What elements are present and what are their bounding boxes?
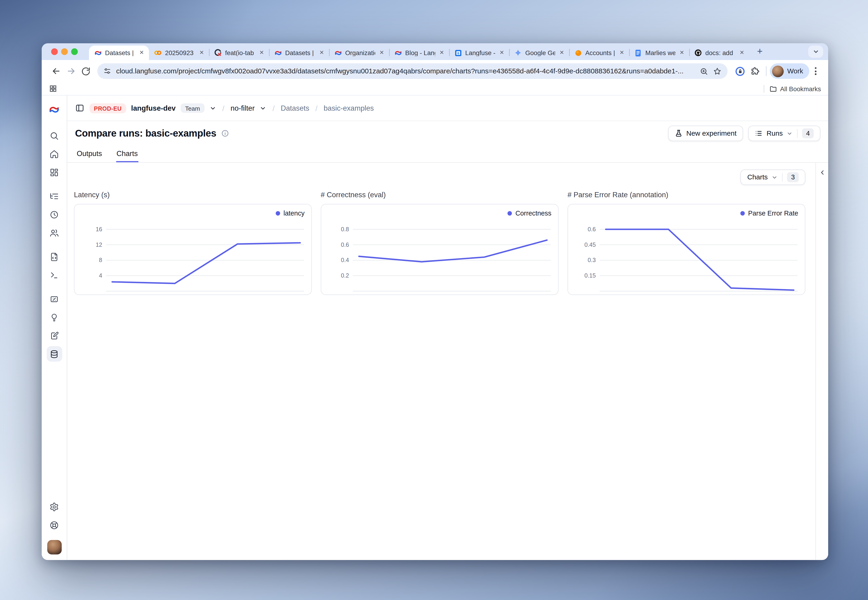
users-icon[interactable] — [46, 225, 62, 241]
org-chevron-down-icon[interactable] — [209, 105, 216, 111]
chart-card: 161284 latency — [74, 204, 312, 295]
legend-label: Parse Error Rate — [748, 209, 798, 217]
tab-close-icon[interactable]: ✕ — [558, 50, 565, 56]
line-chart: 161284 — [74, 205, 311, 294]
tab-close-icon[interactable]: ✕ — [739, 50, 745, 56]
svg-text:0.3: 0.3 — [588, 257, 596, 264]
project-chevron-down-icon[interactable] — [259, 105, 266, 111]
url-bar[interactable]: cloud.langfuse.com/project/cmfwgv8fx002o… — [97, 64, 728, 79]
browser-tab-accounts[interactable]: Accounts | ✕ — [569, 45, 629, 60]
dashboard-grid-icon[interactable] — [46, 164, 62, 180]
onepassword-icon[interactable] — [733, 64, 748, 79]
forward-icon[interactable] — [64, 64, 79, 79]
browser-tab-blog[interactable]: Blog - Lang ✕ — [389, 45, 449, 60]
tune-icon[interactable] — [103, 67, 111, 75]
collapse-chevron-left-icon[interactable] — [818, 168, 826, 560]
profile-name: Work — [787, 67, 803, 75]
tab-close-icon[interactable]: ✕ — [258, 50, 265, 56]
browser-tab-docs[interactable]: Marlies we ✕ — [629, 45, 689, 60]
extensions-puzzle-icon[interactable] — [748, 64, 763, 79]
breadcrumb-datasets-link[interactable]: Datasets — [281, 104, 309, 112]
svg-text:0.6: 0.6 — [341, 241, 349, 248]
tab-charts[interactable]: Charts — [116, 145, 138, 162]
legend-dot — [276, 211, 280, 215]
new-tab-button[interactable]: + — [753, 44, 767, 59]
browser-tab-calendar[interactable]: 6 Langfuse - ✕ — [449, 45, 509, 60]
profile-chip[interactable]: Work — [770, 64, 809, 79]
runs-selector-button[interactable]: Runs 4 — [748, 126, 821, 141]
chart-legend: latency — [276, 209, 305, 217]
url-text[interactable]: cloud.langfuse.com/project/cmfwgv8fx002o… — [116, 67, 695, 75]
charts-selector-button[interactable]: Charts 3 — [741, 170, 806, 185]
breadcrumb-separator: / — [221, 104, 226, 112]
apps-grid-icon[interactable] — [49, 85, 57, 93]
tab-outputs[interactable]: Outputs — [76, 145, 103, 162]
tab-close-icon[interactable]: ✕ — [618, 50, 625, 56]
bookmarks-bar: All Bookmarks — [42, 82, 828, 95]
clipboard-pen-icon[interactable] — [46, 328, 62, 343]
view-tabs: Outputs Charts — [67, 145, 828, 163]
terminal-icon[interactable] — [46, 267, 62, 283]
settings-gear-icon[interactable] — [46, 499, 62, 514]
tab-close-icon[interactable]: ✕ — [198, 50, 205, 56]
reload-icon[interactable] — [78, 64, 93, 79]
runs-count-badge: 4 — [802, 128, 814, 138]
info-icon[interactable] — [221, 129, 229, 137]
database-icon[interactable] — [46, 346, 62, 362]
new-experiment-label: New experiment — [686, 129, 737, 137]
sidebar — [42, 95, 67, 560]
tab-close-icon[interactable]: ✕ — [378, 50, 385, 56]
chart-legend: Correctness — [508, 209, 551, 217]
toolbar-divider — [766, 66, 766, 76]
star-icon[interactable] — [713, 67, 722, 75]
back-icon[interactable] — [49, 64, 64, 79]
all-bookmarks-button[interactable]: All Bookmarks — [780, 85, 821, 92]
bookmarks-divider — [763, 85, 764, 92]
panel-left-icon[interactable] — [75, 103, 85, 113]
browser-tab-colab[interactable]: 20250923 ✕ — [149, 45, 209, 60]
life-buoy-icon[interactable] — [46, 517, 62, 533]
minimize-window-button[interactable] — [61, 48, 68, 55]
breadcrumb-separator: / — [272, 104, 276, 112]
svg-text:0.6: 0.6 — [588, 226, 596, 232]
window-controls — [51, 48, 78, 55]
breadcrumb: PROD-EU langfuse-dev Team / no-filter / … — [67, 95, 828, 121]
browser-tab-datasets-2[interactable]: Datasets | L ✕ — [269, 45, 329, 60]
new-experiment-button[interactable]: New experiment — [668, 126, 743, 141]
close-window-button[interactable] — [51, 48, 58, 55]
svg-text:12: 12 — [96, 241, 102, 248]
file-code-icon[interactable] — [46, 249, 62, 264]
browser-tab-gemini[interactable]: Google Ge ✕ — [509, 45, 569, 60]
desktop-wallpaper: Datasets | L ✕ 20250923 ✕ feat(io-tab ✕ … — [0, 0, 868, 600]
lightbulb-icon[interactable] — [46, 309, 62, 325]
langfuse-favicon — [274, 49, 282, 57]
browser-tab-github[interactable]: docs: add ✕ — [689, 45, 749, 60]
user-avatar[interactable] — [47, 540, 61, 555]
langfuse-logo[interactable] — [49, 97, 59, 122]
percent-square-icon[interactable] — [46, 291, 62, 307]
profile-avatar — [772, 65, 784, 77]
browser-tab-pr[interactable]: feat(io-tab ✕ — [209, 45, 269, 60]
tab-close-icon[interactable]: ✕ — [439, 50, 445, 56]
list-tree-icon[interactable] — [46, 188, 62, 204]
kebab-menu-icon[interactable] — [809, 67, 821, 75]
page-title: Compare runs: basic-examples — [75, 127, 216, 139]
search-icon[interactable] — [46, 128, 62, 143]
tab-close-icon[interactable]: ✕ — [138, 50, 145, 56]
chart-correctness: # Correctness (eval) 0.80.60.40.2 Correc… — [321, 191, 558, 295]
project-name[interactable]: no-filter — [231, 104, 255, 112]
fullscreen-window-button[interactable] — [71, 48, 78, 55]
tab-search-chevron-icon[interactable] — [808, 45, 823, 58]
browser-tab-datasets-active[interactable]: Datasets | L ✕ — [89, 45, 149, 60]
org-name[interactable]: langfuse-dev — [131, 104, 176, 112]
line-chart: 0.60.450.30.15 — [568, 205, 805, 294]
tab-title: Datasets | L — [285, 50, 315, 56]
tab-close-icon[interactable]: ✕ — [678, 50, 685, 56]
zoom-icon[interactable] — [700, 67, 708, 75]
tab-close-icon[interactable]: ✕ — [318, 50, 325, 56]
tab-close-icon[interactable]: ✕ — [498, 50, 505, 56]
home-icon[interactable] — [46, 146, 62, 162]
clock-icon[interactable] — [46, 207, 62, 222]
browser-tab-organization[interactable]: Organizatio ✕ — [329, 45, 389, 60]
tab-title: Organizatio — [345, 50, 375, 56]
